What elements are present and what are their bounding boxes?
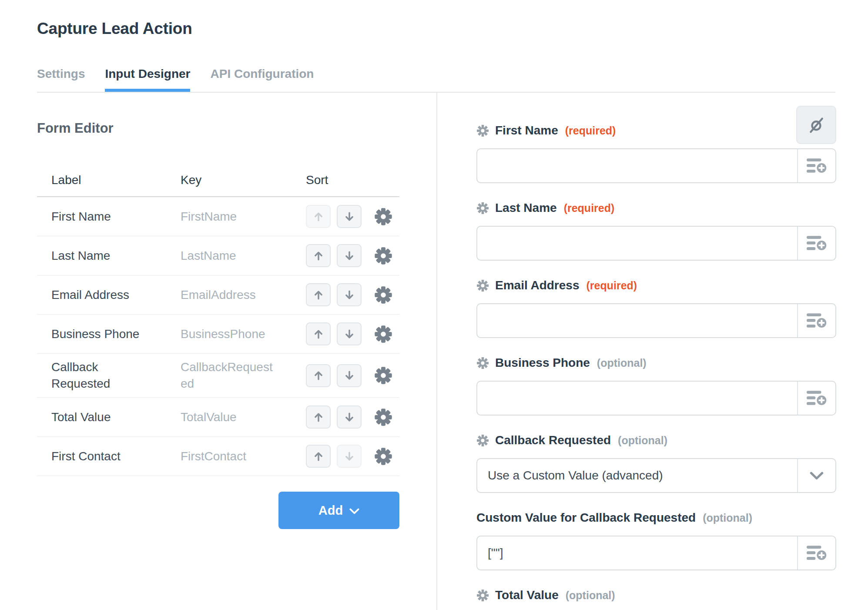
business-phone-input[interactable] — [477, 382, 797, 415]
table-row: First Name FirstName — [37, 197, 399, 236]
move-up-button[interactable] — [306, 283, 331, 306]
arrow-up-icon — [314, 451, 323, 462]
arrow-up-icon — [314, 370, 323, 381]
move-up-button — [306, 205, 331, 228]
arrow-down-icon — [345, 250, 354, 261]
field-label: Custom Value for Callback Requested — [476, 511, 696, 524]
table-row: Email Address EmailAddress — [37, 275, 399, 315]
field-requirement: (optional) — [703, 511, 752, 524]
insert-field-icon — [807, 312, 827, 329]
field-settings-button[interactable] — [375, 367, 392, 384]
field-label: Email Address — [51, 287, 129, 303]
move-down-button[interactable] — [337, 205, 362, 228]
insert-field-icon — [807, 544, 827, 562]
field-key: FirstName — [181, 208, 237, 225]
table-row: Business Phone BusinessPhone — [37, 315, 399, 354]
field-settings-button[interactable] — [375, 208, 392, 225]
arrow-down-icon — [345, 328, 354, 340]
field-settings-button[interactable] — [375, 325, 392, 343]
last-name-input[interactable] — [477, 227, 797, 260]
field-label: Business Phone — [495, 356, 590, 369]
field-label: First Name — [51, 208, 111, 225]
field-label: First Contact — [51, 448, 121, 465]
field-preview-panel: First Name (required) Last Name (require… — [437, 93, 868, 610]
hide-fields-button[interactable] — [796, 106, 836, 144]
arrow-up-icon — [314, 211, 323, 222]
field-label: Callback Requested — [495, 434, 611, 447]
move-up-button[interactable] — [306, 406, 331, 429]
insert-field-button[interactable] — [797, 227, 835, 260]
insert-field-icon — [807, 157, 827, 174]
field-key: TotalValue — [181, 409, 237, 426]
asterisk-icon — [476, 124, 489, 137]
move-down-button[interactable] — [337, 406, 362, 429]
column-header-sort: Sort — [306, 173, 399, 187]
move-down-button[interactable] — [337, 322, 362, 345]
tab-api-configuration[interactable]: API Configuration — [210, 67, 314, 92]
field-settings-button[interactable] — [375, 247, 392, 265]
email-address-input[interactable] — [477, 304, 797, 337]
move-up-button[interactable] — [306, 244, 331, 267]
arrow-down-icon — [345, 211, 354, 222]
field-requirement: (required) — [565, 124, 616, 137]
field-label: First Name — [495, 124, 558, 137]
field-key: FirstContact — [181, 448, 246, 465]
arrow-down-icon — [345, 370, 354, 381]
form-editor-heading: Form Editor — [37, 120, 436, 137]
field-requirement: (required) — [564, 201, 615, 215]
insert-field-button[interactable] — [797, 304, 835, 337]
asterisk-icon — [476, 202, 489, 215]
table-row: Total Value TotalValue — [37, 398, 399, 437]
field-settings-button[interactable] — [375, 409, 392, 426]
gear-icon — [375, 367, 392, 384]
tab-input-designer[interactable]: Input Designer — [105, 67, 190, 92]
select-open-button[interactable] — [797, 459, 835, 492]
arrow-up-icon — [314, 250, 323, 261]
eye-slash-icon — [807, 116, 825, 134]
move-up-button[interactable] — [306, 364, 331, 387]
arrow-up-icon — [314, 289, 323, 301]
field-settings-button[interactable] — [375, 286, 392, 304]
move-up-button[interactable] — [306, 322, 331, 345]
field-requirement: (optional) — [566, 589, 615, 602]
arrow-down-icon — [345, 289, 354, 301]
page-header: Capture Lead Action Settings Input Desig… — [0, 0, 868, 93]
chevron-down-icon — [349, 508, 359, 514]
move-up-button[interactable] — [306, 445, 331, 468]
field-key: CallbackRequested — [181, 359, 273, 392]
move-down-button[interactable] — [337, 364, 362, 387]
field-requirement: (optional) — [597, 356, 647, 369]
preview-field: Business Phone (optional) — [476, 356, 836, 416]
tab-bar: Settings Input Designer API Configuratio… — [37, 67, 868, 92]
field-label: Business Phone — [51, 326, 139, 342]
field-label: Email Address — [495, 279, 579, 292]
insert-field-icon — [807, 235, 827, 252]
tab-settings[interactable]: Settings — [37, 67, 85, 92]
first-name-input[interactable] — [477, 149, 797, 182]
callback-requested-select[interactable]: Use a Custom Value (advanced) — [476, 458, 836, 493]
arrow-up-icon — [314, 328, 323, 340]
insert-field-button[interactable] — [797, 536, 835, 570]
table-row: Last Name LastName — [37, 236, 399, 275]
preview-field: Email Address (required) — [476, 279, 836, 338]
table-row: First Contact FirstContact — [37, 437, 399, 476]
gear-icon — [375, 208, 392, 225]
field-requirement: (optional) — [618, 434, 667, 447]
insert-field-icon — [807, 389, 827, 407]
custom-value-input[interactable] — [477, 536, 797, 570]
insert-field-button[interactable] — [797, 382, 835, 415]
gear-icon — [375, 325, 392, 343]
insert-field-button[interactable] — [797, 149, 835, 182]
add-button[interactable]: Add — [278, 492, 399, 529]
page-title: Capture Lead Action — [37, 19, 868, 38]
preview-field: Total Value (optional) — [476, 589, 836, 602]
column-header-label: Label — [51, 173, 181, 187]
form-fields-table: Label Key Sort First Name FirstName Last… — [37, 173, 399, 476]
move-down-button[interactable] — [337, 283, 362, 306]
preview-field: First Name (required) — [476, 124, 836, 183]
field-settings-button[interactable] — [375, 448, 392, 465]
form-editor-panel: Form Editor Label Key Sort First Name Fi… — [0, 93, 437, 610]
asterisk-icon — [476, 279, 489, 292]
move-down-button[interactable] — [337, 244, 362, 267]
field-key: LastName — [181, 248, 236, 264]
